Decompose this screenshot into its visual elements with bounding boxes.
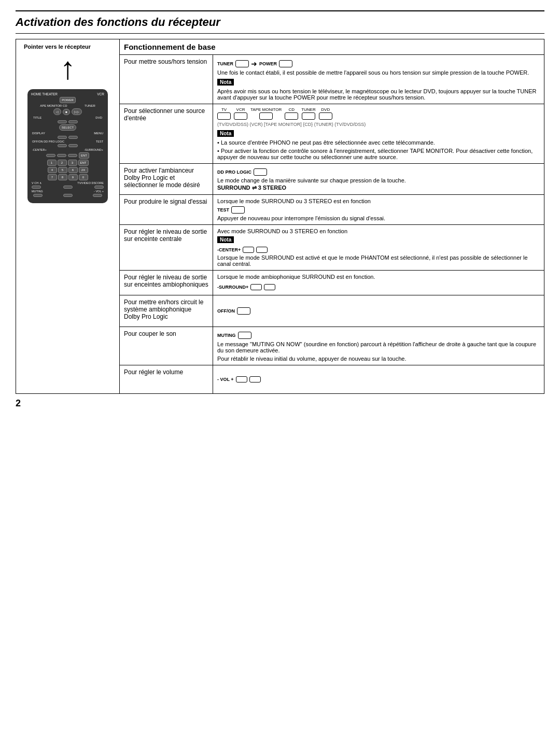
remote-label-menu: MENU <box>94 132 103 135</box>
remote-btn-center-minus <box>46 154 55 157</box>
remote-btn-3: 3 <box>68 160 77 166</box>
function-dolby: Pour activer l'ambianceur Dolby Pro Logi… <box>120 164 213 195</box>
test-detail-2: Appuyer de nouveau pour interrompre l'ém… <box>217 215 540 221</box>
page-title: Activation des fonctions du récepteur <box>16 16 544 29</box>
remote-btn-tvvideo <box>63 186 73 189</box>
dvd-button-icon <box>319 112 332 120</box>
remote-btn-ape: ◁ <box>53 108 61 115</box>
page-number: 2 <box>16 398 544 409</box>
center-button-row: -CENTER+ <box>217 247 540 253</box>
detail-volume: - VOL + <box>213 365 544 394</box>
muting-detail-2: Pour rétablir le niveau initial du volum… <box>217 356 540 362</box>
remote-label-tuner: TUNER <box>85 104 95 107</box>
test-button-row: TEST <box>217 206 540 214</box>
power-button-icon <box>279 60 292 67</box>
detail-center: Avec mode SURROUND ou 3 STEREO en foncti… <box>213 225 544 271</box>
remote-btn-test <box>68 144 78 147</box>
arrow-up-icon: ↑ <box>19 53 117 84</box>
muting-detail-1: Le message "MUTING ON NOW" (sourdine en … <box>217 341 540 353</box>
tuner-button-label: TUNER <box>217 61 233 66</box>
remote-btn-8: 8 <box>58 174 67 180</box>
src-cd: CD <box>285 107 298 120</box>
dolby-detail-2: SURROUND ⇌ 3 STEREO <box>217 185 540 191</box>
function-volume: Pour régler le volume <box>120 365 213 394</box>
remote-label-ape: APE MONITOR CD <box>40 104 67 107</box>
remote-btn-muting <box>33 194 43 197</box>
src-vcr: VCR <box>234 107 247 120</box>
vcr-button-icon <box>234 112 247 120</box>
vol-button-row: - VOL + <box>217 376 540 382</box>
remote-btn-5: 5 <box>58 167 67 173</box>
power-detail-1: Une fois le contact établi, il est possi… <box>217 69 540 76</box>
nota-power: Nota <box>217 79 234 86</box>
remote-btn-title <box>58 120 67 123</box>
remote-btn-vol-minus <box>63 194 73 197</box>
vol-plus-icon <box>249 376 261 382</box>
center-detail-1: Avec mode SURROUND ou 3 STEREO en foncti… <box>217 228 540 234</box>
muting-button-row: MUTING <box>217 332 540 339</box>
remote-btn-power: POWER <box>60 97 76 103</box>
surround-button-row: -SURROUND+ <box>217 284 540 290</box>
remote-label-test: TEST <box>96 140 103 143</box>
test-button-icon <box>231 206 245 214</box>
detail-muting: MUTING Le message "MUTING ON NOW" (sourd… <box>213 327 544 365</box>
offon-button-row: OFF/ON <box>217 307 540 315</box>
input-nota-text: • La source d'entrée PHONO ne peut pas ê… <box>217 139 540 146</box>
remote-btn-2x: 2X <box>79 167 88 173</box>
function-center: Pour régler le niveau de sortie sur ence… <box>120 225 213 271</box>
remote-label-title: TITLE <box>33 116 41 119</box>
remote-btn-6: 6 <box>68 167 78 173</box>
center-nota-text: Lorsque le mode SURROUND est activé et q… <box>217 254 540 267</box>
input-nota-text2: • Pour activer la fonction de contrôle s… <box>217 148 540 160</box>
remote-btn-stop: ■ <box>63 109 70 115</box>
src-dvd: DVD <box>319 107 332 120</box>
remote-column: Pointer vers le récepteur ↑ HOME THEATER… <box>16 39 120 394</box>
power-button-row: TUNER ➜ POWER <box>217 60 540 68</box>
remote-btn-play: ▷▷ <box>72 108 82 115</box>
remote-label-muting: MUTING <box>32 190 43 193</box>
remote-btn-center-plus <box>57 154 66 157</box>
function-test: Pour produire le signal d'essai <box>120 195 213 225</box>
test-detail-1: Lorsque le mode SURROUND ou 3 STEREO est… <box>217 198 540 204</box>
tuner-button-icon <box>235 60 249 67</box>
remote-btn-dscore <box>94 186 104 189</box>
source-button-row: TV VCR TAPE MONITOR CD <box>217 107 540 120</box>
remote-label-vol: - VOL + <box>94 190 104 193</box>
remote-btn-4: 4 <box>48 167 57 173</box>
function-input: Pour sélectionner une source d'entrée <box>120 104 213 164</box>
muting-button-icon <box>238 332 251 339</box>
surround-detail-1: Lorsque le mode ambiophonique SURROUND e… <box>217 274 540 280</box>
function-muting: Pour couper le son <box>120 327 213 365</box>
remote-label-home-theater: HOME THEATER <box>31 92 58 96</box>
remote-btn-surround <box>68 154 77 157</box>
power-nota-text: Après avoir mis sous ou hors tension le … <box>217 88 540 101</box>
ddpro-label: DD PRO LOGIC <box>217 169 251 175</box>
tape-button-icon <box>259 112 273 120</box>
dolby-button-row: DD PRO LOGIC <box>217 168 540 176</box>
remote-btn-enter: ENT <box>79 152 89 159</box>
remote-control-diagram: HOME THEATER VCR POWER APE MONITOR CD TU… <box>27 89 108 203</box>
main-content-table: Pointer vers le récepteur ↑ HOME THEATER… <box>16 39 544 394</box>
detail-test: Lorsque le mode SURROUND ou 3 STEREO est… <box>213 195 544 225</box>
nota-center: Nota <box>217 236 234 243</box>
muting-button-label: MUTING <box>217 333 236 338</box>
dolby-detail-1: Le mode change de la manière suivante su… <box>217 177 540 183</box>
remote-btn-enter2: ENT <box>78 160 89 166</box>
remote-btn-9: 9 <box>68 174 78 180</box>
vol-minus-icon <box>236 376 247 382</box>
remote-btn-vch-up <box>32 186 41 189</box>
detail-power: TUNER ➜ POWER Une fois le contact établi… <box>213 55 544 104</box>
remote-btn-display <box>58 136 67 139</box>
cd-button-icon <box>285 112 298 120</box>
detail-input: TV VCR TAPE MONITOR CD <box>213 104 544 164</box>
ddpro-button-icon <box>254 168 267 176</box>
remote-label-vch: V CH ∧ <box>32 181 41 185</box>
remote-btn-2: 2 <box>58 160 67 166</box>
src-tv: TV <box>217 107 231 120</box>
remote-label-dvd: DVD <box>95 116 102 119</box>
vol-button-label: - VOL + <box>217 377 234 382</box>
remote-label-surround-btn: -SURROUND+ <box>84 148 103 151</box>
center-minus-icon <box>243 247 254 253</box>
remote-btn-offon <box>58 144 67 147</box>
remote-btn-7: 7 <box>48 174 57 180</box>
